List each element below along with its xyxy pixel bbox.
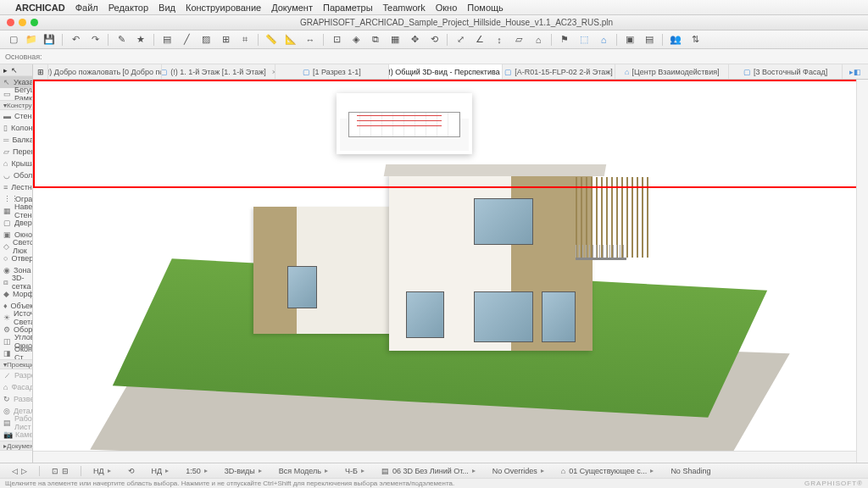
tool-opening[interactable]: ○Отверстие [0, 252, 32, 264]
trace-button[interactable]: ◈ [348, 32, 364, 47]
app-name[interactable]: ARCHICAD [15, 3, 65, 13]
line-button[interactable]: ╱ [178, 32, 195, 47]
renovation-select[interactable]: ⌂01 Существующее с...▸ [556, 467, 659, 475]
layers-button[interactable]: ▤ [159, 32, 175, 47]
zoom-out-icon[interactable]: ⊟ [62, 467, 69, 475]
tab-collab[interactable]: ⌂[Центр Взаимодействия] [615, 64, 729, 79]
close-window-button[interactable] [7, 19, 14, 26]
zoom-fit-icon[interactable]: ⊡ [52, 467, 58, 475]
menu-document[interactable]: Документ [271, 3, 313, 13]
dist-button[interactable]: ↕ [491, 32, 508, 47]
move-button[interactable]: ✥ [406, 32, 423, 47]
tab-3dview[interactable]: ▢(!) Общий 3D-вид - Перспектива [3... [389, 64, 503, 79]
menu-view[interactable]: Вид [159, 3, 175, 13]
tool-morph[interactable]: ◆Морф [0, 288, 32, 300]
tool-roof[interactable]: ⌂Крыша [0, 158, 32, 169]
menu-help[interactable]: Помощь [467, 3, 504, 13]
tab-section[interactable]: ▢[1 Разрез 1-1] [275, 64, 389, 79]
horizontal-scrollbar[interactable] [33, 451, 856, 463]
menu-editor[interactable]: Редактор [108, 3, 148, 13]
overrides-select[interactable]: No Overrides▸ [487, 467, 549, 475]
chb-select[interactable]: Ч-Б▸ [340, 467, 370, 475]
nd2-select[interactable]: НД▸ [147, 467, 175, 475]
tool-door[interactable]: ▢Дверь [0, 217, 32, 229]
redo-button[interactable]: ↷ [86, 32, 103, 47]
tab-east-elev[interactable]: ▢[3 Восточный Фасад] [729, 64, 843, 79]
nav-next-icon[interactable]: ▷ [21, 467, 27, 475]
tool-slab[interactable]: ▱Перекрытие [0, 146, 32, 158]
tool-camera[interactable]: 📷Камера [0, 429, 32, 441]
tool-column[interactable]: ▯Колонна [0, 122, 32, 134]
menu-params[interactable]: Параметры [323, 3, 373, 13]
crop-button[interactable]: ⊡ [328, 32, 345, 47]
tab-floor1[interactable]: ▢(!) 1. 1-й Этаж [1. 1-й Этаж]× [162, 64, 275, 79]
home-button[interactable]: ⌂ [595, 32, 612, 47]
3d-button[interactable]: ⬚ [576, 32, 593, 47]
tool-mesh[interactable]: ⧈3D-сетка [0, 276, 32, 288]
scale-select[interactable]: 1:50▸ [181, 467, 213, 475]
tool-elevation[interactable]: ⌂Фасад [0, 381, 32, 393]
views-select[interactable]: 3D-виды▸ [220, 467, 267, 475]
nav-prev-icon[interactable]: ◁ [12, 467, 18, 475]
dim-button[interactable]: ↔ [302, 32, 319, 47]
favorites-button[interactable]: ★ [132, 32, 149, 47]
section-documentation[interactable]: ▸ Документирование [0, 441, 32, 451]
pick-button[interactable]: ✎ [113, 32, 130, 47]
menu-teamwork[interactable]: Teamwork [383, 3, 426, 13]
ruler-button[interactable]: 📏 [263, 32, 280, 47]
tab-welcome[interactable]: ▢(!) Добро пожаловать [0 Добро пож... [48, 64, 162, 79]
new-file-button[interactable]: ▢ [5, 32, 22, 47]
send-button[interactable]: ⇅ [687, 32, 704, 47]
nd1-select[interactable]: НД▸ [88, 467, 116, 475]
info-bar: Основная: [0, 49, 868, 64]
section-construction[interactable]: ▾ Конструирование [0, 100, 32, 110]
tab-add-button[interactable]: ▸◧ [843, 64, 868, 79]
tool-skylight[interactable]: ◇Световой Люк [0, 241, 32, 252]
publish-button[interactable]: ▤ [641, 32, 658, 47]
tool-curtain-wall[interactable]: ▦Навесная Стена [0, 205, 32, 217]
3d-viewport[interactable] [33, 80, 868, 463]
marquee-button[interactable]: ▦ [387, 32, 403, 47]
tool-shell[interactable]: ◡Оболочка [0, 169, 32, 181]
measure-button[interactable]: 📐 [282, 32, 299, 47]
tool-interior-elev[interactable]: ↻Развертка [0, 393, 32, 405]
menu-file[interactable]: Файл [75, 3, 98, 13]
toolbox-header[interactable]: ▸ ↖ [0, 64, 32, 76]
open-button[interactable]: 📁 [23, 32, 40, 47]
measure2-button[interactable]: ⤢ [452, 32, 469, 47]
section-button[interactable]: ⧉ [367, 32, 384, 47]
save-button[interactable]: 💾 [41, 32, 58, 47]
section-projections[interactable]: ▾ Проекции [0, 359, 32, 369]
tool-section[interactable]: ⟋Разрез [0, 369, 32, 381]
minimize-window-button[interactable] [19, 19, 26, 26]
angle-button[interactable]: ∠ [471, 32, 488, 47]
tool-wall-end[interactable]: ◨Окончание Ст... [0, 347, 32, 359]
tool-marquee[interactable]: ▭Бегущая Рамка [0, 88, 32, 100]
model-select[interactable]: Вся Модель▸ [274, 467, 333, 475]
tab-overview-button[interactable]: ⊞ [33, 64, 48, 79]
layer-combo-select[interactable]: ▤06 3D Без Линий От...▸ [376, 467, 481, 475]
tab-layout[interactable]: ▢[A-R01-15-FLP-02 2-й Этаж] [503, 64, 616, 79]
tool-light[interactable]: ☀Источник Света [0, 312, 32, 324]
vertical-scrollbar[interactable] [856, 80, 868, 463]
layout-button[interactable]: ▣ [621, 32, 638, 47]
flag-button[interactable]: ⚑ [556, 32, 573, 47]
shading-select[interactable]: No Shading [665, 467, 715, 475]
section-preview-thumb[interactable] [337, 93, 472, 154]
undo-button[interactable]: ↶ [67, 32, 84, 47]
orbit-icon[interactable]: ⟲ [128, 467, 135, 475]
teamwork-button[interactable]: 👥 [667, 32, 684, 47]
grid-button[interactable]: ⊞ [217, 32, 234, 47]
tool-wall[interactable]: ▬Стена [0, 110, 32, 122]
area-button[interactable]: ▱ [510, 32, 527, 47]
snap-button[interactable]: ⌗ [236, 32, 253, 47]
tool-stair[interactable]: ≡Лестница [0, 181, 32, 193]
tool-worksheet[interactable]: ▤Рабочий Лист [0, 417, 32, 429]
tool-beam[interactable]: ═Балка [0, 134, 32, 146]
rotate-button[interactable]: ⟲ [426, 32, 442, 47]
menu-window[interactable]: Окно [436, 3, 458, 13]
roof-button[interactable]: ⌂ [530, 32, 547, 47]
menu-construct[interactable]: Конструирование [186, 3, 261, 13]
fill-button[interactable]: ▨ [198, 32, 214, 47]
zoom-window-button[interactable] [31, 19, 38, 26]
